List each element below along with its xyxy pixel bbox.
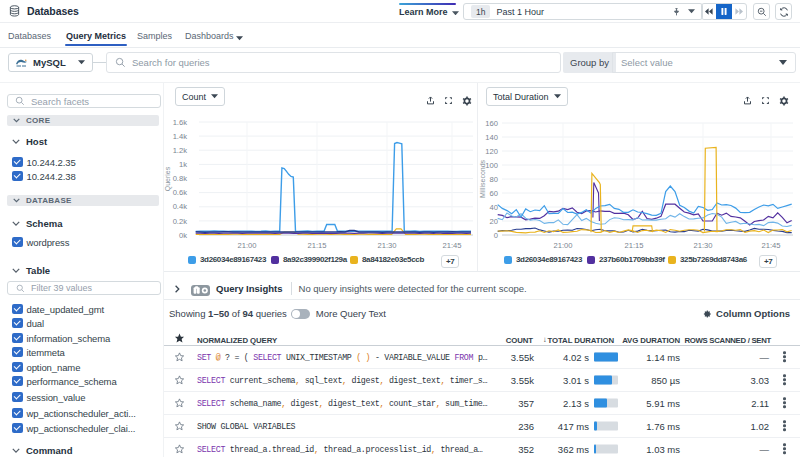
svg-text:20: 20 [490, 217, 498, 226]
svg-text:0.6k: 0.6k [173, 188, 188, 197]
svg-text:60: 60 [490, 189, 498, 198]
svg-text:120: 120 [485, 147, 498, 156]
svg-text:1k: 1k [179, 160, 187, 169]
svg-text:21:30: 21:30 [693, 241, 712, 250]
svg-text:160: 160 [485, 119, 498, 128]
svg-text:21:00: 21:00 [553, 241, 572, 250]
svg-text:1.2k: 1.2k [173, 146, 188, 155]
svg-text:21:45: 21:45 [761, 241, 780, 250]
svg-text:Queries: Queries [164, 166, 172, 191]
svg-text:1.4k: 1.4k [173, 132, 188, 141]
svg-text:0: 0 [494, 231, 498, 240]
svg-text:21:45: 21:45 [442, 241, 461, 250]
svg-text:100: 100 [485, 161, 498, 170]
svg-text:0.8k: 0.8k [173, 174, 188, 183]
svg-text:21:15: 21:15 [624, 241, 643, 250]
svg-text:21:30: 21:30 [377, 241, 396, 250]
svg-text:40: 40 [490, 203, 498, 212]
svg-text:0.4k: 0.4k [173, 202, 188, 211]
svg-text:21:15: 21:15 [307, 241, 326, 250]
svg-text:140: 140 [485, 133, 498, 142]
svg-text:Milliseconds: Milliseconds [479, 159, 486, 198]
svg-text:1.6k: 1.6k [173, 118, 188, 127]
svg-text:21:00: 21:00 [237, 241, 256, 250]
svg-text:0.2k: 0.2k [173, 217, 188, 226]
svg-text:0k: 0k [179, 231, 187, 240]
svg-text:80: 80 [490, 175, 498, 184]
